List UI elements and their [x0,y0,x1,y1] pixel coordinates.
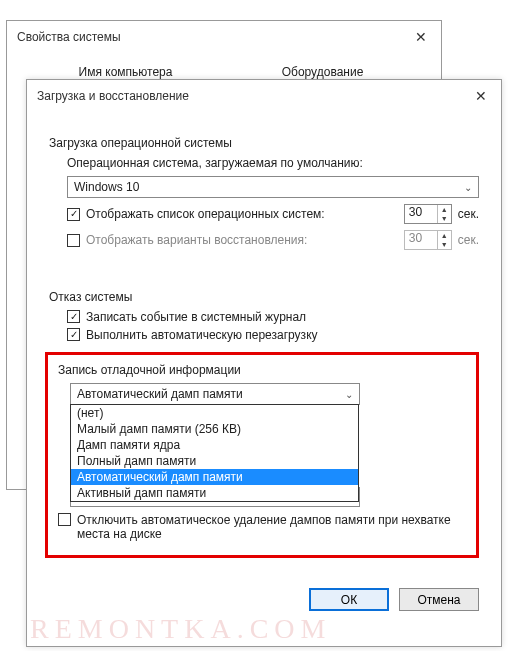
dump-option-none[interactable]: (нет) [71,405,358,421]
system-boot-heading: Загрузка операционной системы [49,136,479,150]
spinner-down-icon[interactable]: ▼ [438,214,451,223]
show-os-list-label: Отображать список операционных систем: [86,207,325,221]
dump-type-selected: Автоматический дамп памяти [77,387,243,401]
debug-info-highlight-box: Запись отладочной информации Автоматичес… [45,352,479,558]
dump-option-full[interactable]: Полный дамп памяти [71,453,358,469]
dump-option-kernel[interactable]: Дамп памяти ядра [71,437,358,453]
dump-type-select[interactable]: Автоматический дамп памяти ⌄ [70,383,360,405]
spinner-up-icon[interactable]: ▲ [438,205,451,214]
startup-recovery-title: Загрузка и восстановление [37,89,189,103]
disable-autodelete-label: Отключить автоматическое удаление дампов… [77,513,457,541]
seconds-unit: сек. [458,207,479,221]
chevron-down-icon: ⌄ [345,389,353,400]
cancel-button[interactable]: Отмена [399,588,479,611]
system-failure-heading: Отказ системы [49,290,479,304]
show-recovery-label: Отображать варианты восстановления: [86,233,307,247]
close-icon[interactable]: ✕ [411,29,431,45]
default-os-value: Windows 10 [74,180,139,194]
disable-autodelete-checkbox[interactable] [58,513,71,526]
system-properties-title: Свойства системы [17,30,121,44]
default-os-select[interactable]: Windows 10 ⌄ [67,176,479,198]
dump-option-active[interactable]: Активный дамп памяти [71,485,358,501]
spinner-down-icon: ▼ [438,240,451,249]
log-event-label: Записать событие в системный журнал [86,310,306,324]
ok-button[interactable]: ОК [309,588,389,611]
show-recovery-checkbox[interactable] [67,234,80,247]
debug-info-heading: Запись отладочной информации [58,363,466,377]
os-list-seconds-value[interactable]: 30 [405,205,437,223]
system-properties-titlebar: Свойства системы ✕ [7,21,441,53]
default-os-label: Операционная система, загружаемая по умо… [67,156,479,170]
os-list-seconds-spinner[interactable]: 30 ▲ ▼ [404,204,452,224]
spinner-up-icon: ▲ [438,231,451,240]
startup-recovery-titlebar: Загрузка и восстановление ✕ [27,80,501,112]
recovery-seconds-spinner: 30 ▲ ▼ [404,230,452,250]
dump-option-small[interactable]: Малый дамп памяти (256 КВ) [71,421,358,437]
log-event-checkbox[interactable]: ✓ [67,310,80,323]
chevron-down-icon: ⌄ [464,182,472,193]
auto-restart-checkbox[interactable]: ✓ [67,328,80,341]
recovery-seconds-value: 30 [405,231,437,249]
show-os-list-checkbox[interactable]: ✓ [67,208,80,221]
auto-restart-label: Выполнить автоматическую перезагрузку [86,328,318,342]
seconds-unit: сек. [458,233,479,247]
close-icon[interactable]: ✕ [471,88,491,104]
startup-recovery-dialog: Загрузка и восстановление ✕ Загрузка опе… [26,79,502,647]
dump-type-dropdown: (нет) Малый дамп памяти (256 КВ) Дамп па… [70,404,359,502]
dump-option-auto[interactable]: Автоматический дамп памяти [71,469,358,485]
